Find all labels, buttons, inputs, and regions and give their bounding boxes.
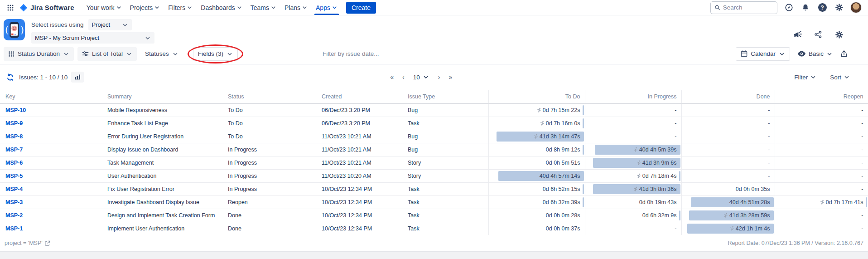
column-header-reopen[interactable]: Reopen — [775, 90, 868, 103]
user-avatar[interactable] — [850, 2, 862, 13]
view-detail-level-button[interactable]: Basic — [797, 50, 833, 57]
status-cell: Done — [222, 209, 316, 222]
settings-gear-icon[interactable] — [834, 2, 844, 13]
prev-page-button[interactable]: ‹ — [402, 73, 404, 81]
reopen-duration-cell: - — [775, 156, 868, 169]
report-header: ( ) Select issues using Project — [0, 15, 868, 44]
chevron-down-icon — [270, 5, 276, 10]
issue-key-link[interactable]: MSP-9 — [5, 120, 23, 127]
created-cell: 11/Oct/23 10:21 AM — [316, 130, 402, 143]
inprogress-duration-cell: 0d 6h 32m 9s — [585, 209, 681, 222]
issue-key-link[interactable]: MSP-6 — [5, 160, 23, 166]
nav-item-teams[interactable]: Teams — [246, 0, 280, 15]
issue-source-select[interactable]: Project — [88, 19, 132, 30]
report-type-button[interactable]: Status Duration — [4, 47, 74, 61]
issue-type-cell: Task — [402, 209, 488, 222]
report-settings-gear-icon[interactable] — [834, 29, 844, 40]
column-header-status[interactable]: Status — [222, 90, 316, 103]
issue-key-link[interactable]: MSP-10 — [5, 107, 26, 113]
nav-item-apps[interactable]: Apps — [312, 0, 342, 15]
first-page-button[interactable]: « — [390, 73, 393, 81]
duration-bar — [583, 184, 583, 194]
column-header-done[interactable]: Done — [681, 90, 775, 103]
summary-cell: Task Management — [102, 156, 222, 169]
search-input[interactable] — [723, 4, 773, 11]
todo-duration-cell: 0d 7h 16m 0s — [488, 117, 585, 130]
jql-query[interactable]: project = 'MSP' — [5, 240, 50, 246]
filter-dropdown[interactable]: Filter — [794, 74, 816, 81]
project-select[interactable]: MSP - My Scrum Project — [31, 32, 154, 44]
discover-icon[interactable] — [783, 2, 794, 13]
inprogress-duration-cell: - — [585, 222, 681, 235]
created-cell: 10/Oct/23 12:34 PM — [316, 209, 402, 222]
bottom-strip — [0, 251, 868, 259]
nav-item-your-work[interactable]: Your work — [82, 0, 126, 15]
issue-type-cell: Bug — [402, 143, 488, 156]
announcement-megaphone-icon[interactable] — [792, 29, 803, 40]
status-cell: In Progress — [222, 143, 316, 156]
fields-dropdown[interactable]: Fields (3) — [193, 47, 238, 61]
create-button[interactable]: Create — [346, 2, 376, 14]
summary-cell: Investigate Dashboard Display Issue — [102, 195, 222, 209]
todo-duration-cell: 40d 4h 57m 14s — [488, 169, 585, 182]
done-duration-cell: 42d 1h 1m 4s — [681, 222, 775, 235]
last-page-button[interactable]: » — [448, 73, 452, 81]
share-icon[interactable] — [813, 29, 824, 40]
issue-row-msp-6: MSP-6Task ManagementIn Progress11/Oct/23… — [0, 156, 868, 169]
help-icon[interactable]: ? — [817, 2, 828, 13]
jira-logo[interactable]: Jira Software — [19, 3, 74, 12]
issue-key-link[interactable]: MSP-1 — [5, 225, 23, 232]
created-cell: 11/Oct/23 10:20 AM — [316, 169, 402, 182]
todo-duration-cell: 0d 0h 0m 28s — [488, 209, 585, 222]
issue-key-link[interactable]: MSP-3 — [5, 199, 23, 205]
notifications-bell-icon[interactable] — [800, 2, 811, 13]
column-header-summary[interactable]: Summary — [102, 90, 222, 103]
column-header-to-do[interactable]: To Do — [488, 90, 585, 103]
inprogress-duration-cell: 41d 3h 9m 6s — [585, 156, 681, 169]
chevron-down-icon — [844, 74, 850, 80]
nav-item-plans[interactable]: Plans — [280, 0, 312, 15]
export-icon[interactable] — [840, 50, 848, 58]
reopen-duration-cell: 0d 7h 17m 41s — [775, 195, 868, 209]
column-header-key[interactable]: Key — [0, 90, 102, 103]
issue-row-msp-10: MSP-10Mobile ResponsivenessTo Do06/Dec/2… — [0, 103, 868, 117]
issue-date-filter[interactable]: Filter by issue date... — [323, 44, 379, 64]
inprogress-duration-cell: - — [585, 103, 681, 117]
issue-key-link[interactable]: MSP-8 — [5, 133, 23, 140]
nav-item-dashboards[interactable]: Dashboards — [197, 0, 246, 15]
issue-key-link[interactable]: MSP-4 — [5, 186, 23, 192]
next-page-button[interactable]: › — [438, 73, 440, 81]
app-switcher-icon[interactable] — [5, 2, 16, 14]
report-toolbar: Status Duration List of Total Statuses — [0, 44, 868, 64]
chart-view-icon[interactable] — [71, 72, 84, 83]
page-size-select[interactable]: 10 — [413, 74, 429, 81]
chevron-down-icon — [779, 51, 785, 57]
issue-key-link[interactable]: MSP-2 — [5, 212, 23, 219]
nav-item-projects[interactable]: Projects — [126, 0, 164, 15]
issue-type-cell: Bug — [402, 103, 488, 117]
jira-logo-text: Jira Software — [30, 4, 74, 11]
status-cell: To Do — [222, 130, 316, 143]
column-header-created[interactable]: Created — [316, 90, 402, 103]
active-status-runner-icon — [633, 186, 638, 192]
status-cell: In Progress — [222, 169, 316, 182]
issues-table: KeySummaryStatusCreatedIssue TypeTo DoIn… — [0, 90, 868, 235]
column-header-in-progress[interactable]: In Progress — [585, 90, 681, 103]
pagination: « ‹ 10 › » — [390, 73, 452, 81]
issue-key-link[interactable]: MSP-7 — [5, 147, 23, 153]
sort-dropdown[interactable]: Sort — [830, 74, 850, 81]
refresh-icon[interactable] — [5, 72, 15, 83]
created-cell: 11/Oct/23 10:21 AM — [316, 156, 402, 169]
todo-duration-cell: 0d 6h 32m 39s — [488, 195, 585, 209]
todo-duration-cell: 0d 6h 52m 15s — [488, 182, 585, 195]
calendar-view-button[interactable]: Calendar — [736, 47, 790, 61]
view-mode-button[interactable]: List of Total — [77, 47, 137, 61]
nav-item-filters[interactable]: Filters — [164, 0, 197, 15]
duration-bar — [679, 171, 680, 181]
column-header-issue-type[interactable]: Issue Type — [402, 90, 488, 103]
inprogress-duration-cell: 0d 0h 19m 43s — [585, 195, 681, 209]
global-search[interactable] — [710, 1, 777, 14]
issue-key-link[interactable]: MSP-5 — [5, 173, 23, 179]
statuses-dropdown[interactable]: Statuses — [140, 47, 183, 61]
reopen-duration-cell: - — [775, 222, 868, 235]
